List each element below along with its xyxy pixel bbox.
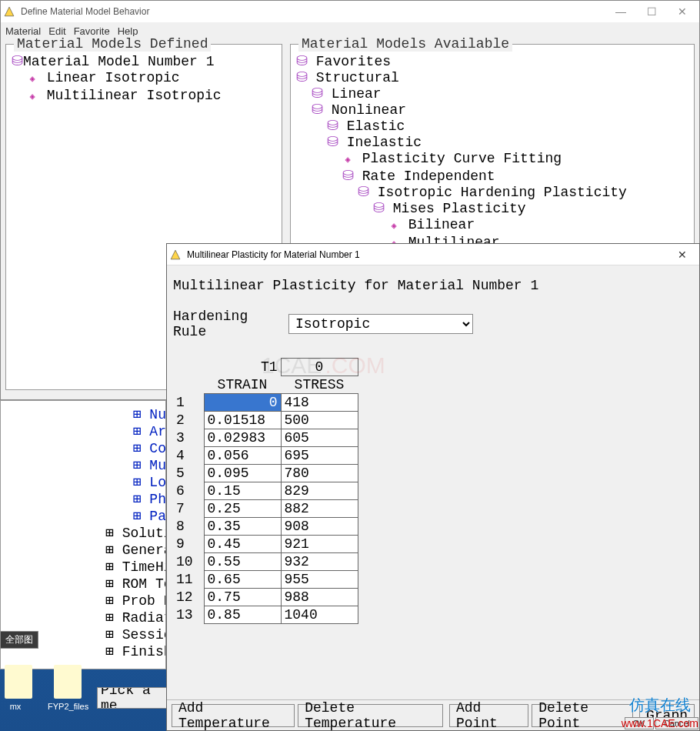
node-inelastic[interactable]: ⛁ Inelastic	[295, 135, 689, 151]
node-linear[interactable]: ⛁ Linear	[295, 86, 689, 102]
tree-fragment-item[interactable]: ⊞ Path	[105, 507, 165, 524]
panel-available-title: Material Models Available	[298, 36, 512, 52]
stress-cell[interactable]: 500	[281, 412, 358, 429]
row-number: 7	[173, 500, 204, 518]
tree-fragment-item[interactable]: ⊞ TimeHi	[105, 558, 165, 575]
node-favorites[interactable]: ⛁ Favorites	[295, 54, 689, 70]
tree-fragment-item[interactable]: ⊞ Genera	[105, 541, 165, 558]
stress-cell[interactable]: 932	[281, 553, 358, 571]
menu-help[interactable]: Help	[118, 25, 138, 37]
row-number: 8	[173, 518, 204, 536]
tree-fragment-item[interactable]: ⊞ Archi	[105, 422, 165, 439]
node-bilinear[interactable]: ◈ Bilinear	[295, 217, 689, 235]
tree-fragment-item[interactable]: ⊞ Loads	[105, 473, 165, 490]
defined-model-row[interactable]: ⛁Material Model Number 1	[11, 54, 277, 70]
delete-temperature-button[interactable]: Delete Temperature	[298, 704, 443, 727]
tree-fragment-item[interactable]: ⊞ Finish	[105, 643, 165, 659]
strain-cell[interactable]: 0.75	[204, 589, 281, 606]
row-number: 12	[173, 589, 204, 606]
stress-cell[interactable]: 605	[281, 429, 358, 447]
tree-fragment-item[interactable]: ⊞ Coupl	[105, 439, 165, 456]
strain-cell[interactable]: 0.02983	[204, 429, 281, 447]
strain-cell[interactable]: 0.01518	[204, 412, 281, 429]
strain-cell[interactable]: 0.85	[204, 606, 281, 624]
table-row: 70.25882	[173, 500, 358, 518]
row-number: 1	[173, 394, 204, 412]
table-row: 60.15829	[173, 482, 358, 500]
menu-edit[interactable]: Edit	[48, 25, 65, 37]
dialog-close-button[interactable]: ✕	[667, 245, 698, 264]
menu-material[interactable]: Material	[5, 25, 41, 37]
min-button[interactable]: —	[605, 2, 636, 21]
row-number: 9	[173, 536, 204, 553]
delete-point-button[interactable]: Delete Point	[532, 704, 633, 727]
tree-fragment-item[interactable]: ⊞ Soluti	[105, 524, 165, 541]
table-row: 130.851040	[173, 606, 358, 624]
hardening-label: Hardening Rule	[173, 309, 288, 339]
strain-cell[interactable]: 0.55	[204, 553, 281, 571]
app-icon	[168, 248, 182, 262]
hardening-select[interactable]: Isotropic	[288, 314, 473, 334]
table-row: 90.45921	[173, 536, 358, 553]
defined-multilinear-isotropic[interactable]: ◈ Multilinear Isotropic	[11, 88, 277, 105]
diamond-icon: ◈	[26, 89, 38, 105]
desktop-folder-icon[interactable]	[5, 665, 32, 699]
row-number: 5	[173, 465, 204, 482]
tree-fragment-item[interactable]: ⊞ Physi	[105, 490, 165, 507]
strain-cell[interactable]: 0.25	[204, 500, 281, 518]
t-value[interactable]: 0	[281, 359, 358, 376]
tree-fragment-item[interactable]: ⊞ Numbe	[105, 406, 165, 422]
stress-cell[interactable]: 1040	[281, 606, 358, 624]
stress-cell[interactable]: 829	[281, 482, 358, 500]
strain-cell[interactable]: 0.45	[204, 536, 281, 553]
strain-cell[interactable]: 0.15	[204, 482, 281, 500]
desktop-folder-icon[interactable]	[54, 665, 82, 699]
strain-cell[interactable]: 0.056	[204, 447, 281, 465]
tree-fragment-item[interactable]: ⊞ Sessio	[105, 626, 165, 643]
node-mises[interactable]: ⛁ Mises Plasticity	[295, 201, 689, 217]
strain-cell[interactable]: 0.65	[204, 571, 281, 589]
stress-cell[interactable]: 988	[281, 589, 358, 606]
table-row: 20.01518500	[173, 412, 358, 429]
tree-fragment-item[interactable]: ⊞ Prob D	[105, 592, 165, 609]
max-button[interactable]: ☐	[636, 2, 667, 21]
stress-cell[interactable]: 695	[281, 447, 358, 465]
node-rate-independent[interactable]: ⛁ Rate Independent	[295, 169, 689, 185]
node-pcf[interactable]: ◈ Plasticity Curve Fitting	[295, 151, 689, 169]
node-nonlinear[interactable]: ⛁ Nonlinear	[295, 102, 689, 118]
stress-cell[interactable]: 921	[281, 536, 358, 553]
strain-cell[interactable]: 0.35	[204, 518, 281, 536]
desktop-label-1: mx	[0, 702, 31, 711]
tree-fragment-item[interactable]: ⊞ Radiat	[105, 609, 165, 626]
background-tree-fragment: ⊞ Numbe ⊞ Archi ⊞ Coupl ⊞ Multi ⊞ Loads …	[0, 400, 166, 669]
add-point-button[interactable]: Add Point	[449, 704, 528, 727]
close-button[interactable]: ✕	[667, 2, 698, 21]
node-ihp[interactable]: ⛁ Isotropic Hardening Plasticity	[295, 185, 689, 201]
strain-cell[interactable]: 0	[204, 394, 281, 412]
row-number: 6	[173, 482, 204, 500]
desktop-tab[interactable]: 全部图	[0, 631, 38, 649]
folder-icon: ⛁	[342, 169, 354, 185]
defined-linear-isotropic[interactable]: ◈ Linear Isotropic	[11, 70, 277, 88]
stress-cell[interactable]: 418	[281, 394, 358, 412]
desktop-label-2: FYP2_files	[48, 702, 86, 711]
stress-cell[interactable]: 955	[281, 571, 358, 589]
node-structural[interactable]: ⛁ Structural	[295, 70, 689, 86]
stress-cell[interactable]: 780	[281, 465, 358, 482]
panel-defined-title: Material Models Defined	[14, 36, 211, 52]
table-row: 10418	[173, 394, 358, 412]
tree-fragment-item[interactable]: ⊞ Multi	[105, 456, 165, 473]
strain-cell[interactable]: 0.095	[204, 465, 281, 482]
menu-favorite[interactable]: Favorite	[74, 25, 110, 37]
dialog-heading: Multilinear Plasticity for Material Numb…	[173, 278, 693, 293]
add-temperature-button[interactable]: Add Temperature	[172, 704, 295, 727]
node-elastic[interactable]: ⛁ Elastic	[295, 118, 689, 135]
tree-fragment-item[interactable]: ⊞ ROM To	[105, 575, 165, 592]
stress-cell[interactable]: 882	[281, 500, 358, 518]
app-icon	[2, 5, 16, 18]
diamond-icon: ◈	[388, 219, 400, 235]
defined-model-label: Material Model Number 1	[23, 54, 214, 69]
stress-cell[interactable]: 908	[281, 518, 358, 536]
plasticity-table: T1 0 STRAIN STRESS 1041820.0151850030.02…	[173, 358, 358, 624]
folder-icon: ⛁	[311, 86, 323, 102]
